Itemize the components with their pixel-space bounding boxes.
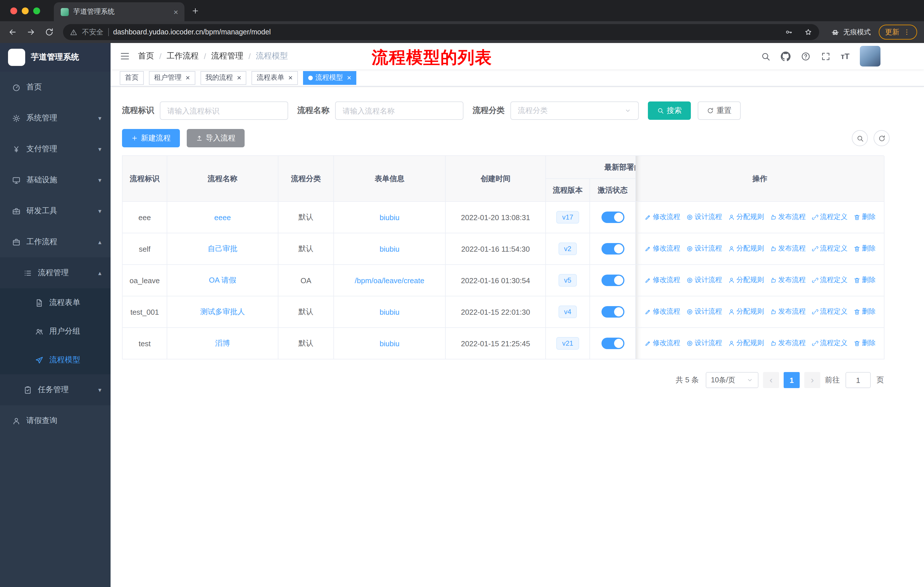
refresh-table-button[interactable] xyxy=(874,130,889,146)
action-design[interactable]: 设计流程 xyxy=(686,307,722,317)
user-avatar[interactable] xyxy=(860,46,881,66)
action-assign[interactable]: 分配规则 xyxy=(728,307,764,317)
sidebar-item-process-model[interactable]: 流程模型 xyxy=(0,346,111,374)
process-name-link[interactable]: OA 请假 xyxy=(209,276,236,284)
toggle-search-button[interactable] xyxy=(852,130,868,146)
action-assign[interactable]: 分配规则 xyxy=(728,275,764,285)
close-icon[interactable]: × xyxy=(186,73,190,82)
active-toggle[interactable] xyxy=(601,337,624,349)
form-info-link[interactable]: biubiu xyxy=(380,308,399,316)
sidebar-item-infrastructure[interactable]: 基础设施▾ xyxy=(0,165,111,195)
close-icon[interactable]: × xyxy=(237,73,241,82)
password-manager-icon[interactable] xyxy=(781,28,796,36)
new-tab-button[interactable] xyxy=(185,7,206,15)
sidebar-toggle-button[interactable] xyxy=(120,51,130,61)
version-badge[interactable]: v21 xyxy=(556,337,579,350)
font-size-icon[interactable]: тT xyxy=(841,52,850,60)
tag-my-process[interactable]: 我的流程× xyxy=(200,71,246,84)
form-info-link[interactable]: biubiu xyxy=(380,339,399,348)
sidebar-item-leave-query[interactable]: 请假查询 xyxy=(0,405,111,436)
active-toggle[interactable] xyxy=(601,274,624,286)
action-delete[interactable]: 删除 xyxy=(853,339,876,348)
action-design[interactable]: 设计流程 xyxy=(686,275,722,285)
action-edit[interactable]: 修改流程 xyxy=(644,244,680,254)
sidebar-item-system-mgmt[interactable]: 系统管理▾ xyxy=(0,103,111,134)
action-publish[interactable]: 发布流程 xyxy=(770,275,806,285)
process-name-input[interactable] xyxy=(335,101,464,120)
back-button[interactable] xyxy=(5,24,21,40)
process-name-link[interactable]: 自己审批 xyxy=(208,244,238,253)
process-name-link[interactable]: 滔博 xyxy=(215,339,230,347)
update-button[interactable]: 更新 xyxy=(879,25,917,40)
close-window-button[interactable] xyxy=(10,7,17,14)
action-edit[interactable]: 修改流程 xyxy=(644,339,680,348)
version-badge[interactable]: v17 xyxy=(556,211,579,223)
form-info-link[interactable]: biubiu xyxy=(380,245,399,253)
tag-process-form[interactable]: 流程表单× xyxy=(251,71,298,84)
browser-tab[interactable]: 芋道管理系统 × xyxy=(54,2,185,21)
action-definition[interactable]: 流程定义 xyxy=(812,244,848,254)
zoom-window-button[interactable] xyxy=(33,7,40,14)
tag-process-model[interactable]: 流程模型× xyxy=(303,71,356,84)
search-button[interactable]: 搜索 xyxy=(648,101,691,120)
action-assign[interactable]: 分配规则 xyxy=(728,244,764,254)
version-badge[interactable]: v4 xyxy=(558,306,577,318)
action-design[interactable]: 设计流程 xyxy=(686,212,722,222)
reload-button[interactable] xyxy=(41,24,57,40)
sidebar-item-payment-mgmt[interactable]: 支付管理▾ xyxy=(0,134,111,165)
app-logo[interactable]: 芋道管理系统 xyxy=(0,43,111,72)
header-search-icon[interactable] xyxy=(761,51,770,61)
process-name-link[interactable]: 测试多审批人 xyxy=(200,307,245,316)
close-icon[interactable]: × xyxy=(288,73,292,82)
reset-button[interactable]: 重置 xyxy=(698,101,741,120)
action-delete[interactable]: 删除 xyxy=(853,244,876,254)
tag-tenant-mgmt[interactable]: 租户管理× xyxy=(149,71,195,84)
form-info-link[interactable]: biubiu xyxy=(380,213,399,222)
action-definition[interactable]: 流程定义 xyxy=(812,212,848,222)
close-icon[interactable]: × xyxy=(347,73,351,82)
forward-button[interactable] xyxy=(23,24,39,40)
current-page-button[interactable]: 1 xyxy=(784,372,800,388)
action-delete[interactable]: 删除 xyxy=(853,212,876,222)
security-warning-icon[interactable] xyxy=(70,28,78,36)
sidebar-item-workflow[interactable]: 工作流程▴ xyxy=(0,227,111,257)
page-size-select[interactable]: 10条/页 xyxy=(706,372,759,388)
action-assign[interactable]: 分配规则 xyxy=(728,339,764,348)
sidebar-item-process-mgmt[interactable]: 流程管理▴ xyxy=(0,257,111,288)
action-definition[interactable]: 流程定义 xyxy=(812,275,848,285)
next-page-button[interactable]: › xyxy=(804,372,820,388)
bookmark-icon[interactable] xyxy=(801,28,816,36)
action-edit[interactable]: 修改流程 xyxy=(644,307,680,317)
action-delete[interactable]: 删除 xyxy=(853,307,876,317)
action-assign[interactable]: 分配规则 xyxy=(728,212,764,222)
action-edit[interactable]: 修改流程 xyxy=(644,275,680,285)
active-toggle[interactable] xyxy=(601,212,624,223)
active-toggle[interactable] xyxy=(601,243,624,255)
prev-page-button[interactable]: ‹ xyxy=(763,372,779,388)
action-publish[interactable]: 发布流程 xyxy=(770,244,806,254)
breadcrumb-item[interactable]: 工作流程 xyxy=(167,51,199,61)
action-delete[interactable]: 删除 xyxy=(853,275,876,285)
action-edit[interactable]: 修改流程 xyxy=(644,212,680,222)
minimize-window-button[interactable] xyxy=(22,7,29,14)
sidebar-item-dev-tools[interactable]: 研发工具▾ xyxy=(0,195,111,227)
process-key-input[interactable] xyxy=(160,101,288,120)
action-publish[interactable]: 发布流程 xyxy=(770,212,806,222)
breadcrumb-item[interactable]: 首页 xyxy=(138,51,154,61)
action-publish[interactable]: 发布流程 xyxy=(770,339,806,348)
action-definition[interactable]: 流程定义 xyxy=(812,307,848,317)
create-process-button[interactable]: 新建流程 xyxy=(122,129,180,147)
tag-home[interactable]: 首页 xyxy=(120,71,144,84)
sidebar-item-home[interactable]: 首页 xyxy=(0,72,111,103)
sidebar-item-process-form[interactable]: 流程表单 xyxy=(0,288,111,317)
version-badge[interactable]: v2 xyxy=(558,243,577,255)
github-icon[interactable] xyxy=(780,51,790,61)
action-design[interactable]: 设计流程 xyxy=(686,339,722,348)
goto-page-input[interactable] xyxy=(845,372,871,388)
fullscreen-icon[interactable] xyxy=(821,51,830,61)
breadcrumb-item[interactable]: 流程管理 xyxy=(211,51,243,61)
help-icon[interactable] xyxy=(800,51,810,61)
process-name-link[interactable]: eeee xyxy=(214,213,231,222)
active-toggle[interactable] xyxy=(601,306,624,317)
action-publish[interactable]: 发布流程 xyxy=(770,307,806,317)
